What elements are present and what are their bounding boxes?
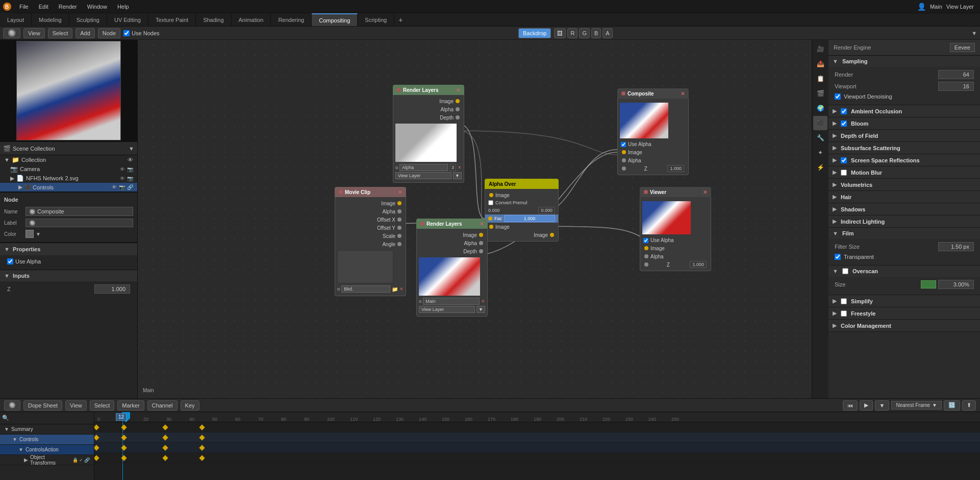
use-nodes-checkbox[interactable]: [123, 30, 130, 36]
tl-playback-btn[interactable]: ⏮: [843, 400, 858, 411]
comp-image-socket[interactable]: [622, 150, 626, 154]
ot-icon1[interactable]: 🔒: [72, 458, 78, 463]
rl1-vl-btn[interactable]: ▼: [453, 172, 462, 179]
freestyle-header[interactable]: ▶ Freestyle: [828, 307, 980, 319]
backdrop-b-btn[interactable]: B: [591, 28, 601, 38]
tab-sculpting[interactable]: Sculpting: [69, 13, 107, 26]
mc-bkd-select[interactable]: Bkd.: [341, 285, 390, 293]
pi-physics-icon[interactable]: ⚡: [813, 160, 827, 175]
vol-header[interactable]: ▶ Volumetrics: [828, 179, 980, 190]
rl2-main-select[interactable]: Main: [423, 298, 480, 305]
use-alpha-check[interactable]: Use Alpha: [7, 258, 41, 265]
view-btn[interactable]: View: [23, 28, 45, 38]
editor-type-btn-tl[interactable]: 🔘: [4, 400, 20, 411]
mc-image-socket[interactable]: [397, 201, 401, 205]
color-mgmt-header[interactable]: ▶ Color Management: [828, 320, 980, 331]
viewer-image-socket[interactable]: [644, 246, 648, 250]
tab-animation[interactable]: Animation: [232, 13, 271, 26]
backdrop-a-btn[interactable]: A: [602, 28, 612, 38]
tab-add[interactable]: +: [394, 16, 407, 24]
ot-icon2[interactable]: ✓: [79, 458, 83, 463]
ao-checkbox[interactable]: [841, 108, 847, 114]
viewer-z-socket[interactable]: [644, 262, 648, 267]
rl2-depth-socket[interactable]: [479, 249, 483, 253]
backdrop-g-btn[interactable]: G: [579, 28, 590, 38]
rl2-image-socket[interactable]: [479, 233, 483, 237]
sss-header[interactable]: ▶ Subsurface Scattering: [828, 142, 980, 154]
track-object-transforms[interactable]: ▶ Object Transforms 🔒 ✓ 🔗: [0, 455, 94, 465]
rl1-alpha-socket[interactable]: [456, 107, 460, 111]
simplify-checkbox[interactable]: [841, 298, 847, 304]
blender-logo[interactable]: B: [0, 0, 14, 13]
node-btn[interactable]: Node: [98, 28, 120, 38]
freestyle-checkbox[interactable]: [841, 310, 847, 317]
outliner-controls[interactable]: ▶ ⬛ Controls 👁 📷 🔗: [0, 183, 137, 191]
viewer-close[interactable]: ✕: [703, 189, 707, 195]
pi-scene-icon[interactable]: 🎬: [813, 86, 827, 101]
track-controls-action[interactable]: ▼ ControlsAction: [0, 445, 94, 455]
rl1-depth-socket[interactable]: [456, 115, 460, 119]
rl2-close[interactable]: ✕: [480, 221, 484, 227]
pi-world-icon[interactable]: 🌍: [813, 101, 827, 115]
rl2-alpha-socket[interactable]: [479, 241, 483, 245]
overscan-checkbox[interactable]: [842, 268, 848, 274]
color-swatch[interactable]: [26, 230, 34, 238]
menu-help[interactable]: Help: [112, 0, 134, 13]
add-btn[interactable]: Add: [76, 28, 95, 38]
ao-premul-val[interactable]: 0.000: [538, 207, 555, 214]
rl1-image-socket[interactable]: [456, 99, 460, 103]
menu-edit[interactable]: Edit: [34, 0, 54, 13]
viewer-use-alpha-check[interactable]: [643, 238, 648, 243]
rl1-alpha-close[interactable]: ✕: [458, 165, 462, 170]
rl1-vl-select[interactable]: View Layer: [395, 172, 451, 179]
comp-z-value[interactable]: 1.000: [667, 165, 684, 172]
tab-shading[interactable]: Shading: [196, 13, 231, 26]
mb-checkbox[interactable]: [841, 170, 847, 176]
comp-use-alpha-check[interactable]: [621, 142, 626, 147]
menu-file[interactable]: File: [14, 0, 34, 13]
use-nodes-label[interactable]: Use Nodes: [123, 30, 159, 36]
rl2-vl-btn[interactable]: ▼: [476, 306, 485, 313]
il-header[interactable]: ▶ Indirect Lighting: [828, 215, 980, 227]
rl1-alpha-select[interactable]: Alpha: [399, 164, 448, 171]
film-header[interactable]: ▼ Film: [828, 228, 980, 239]
tab-scripting[interactable]: Scripting: [358, 13, 394, 26]
pi-output-icon[interactable]: 📤: [813, 57, 827, 71]
mc-scale-socket[interactable]: [397, 234, 401, 238]
tl-key-btn[interactable]: Key: [181, 400, 199, 411]
select-btn[interactable]: Select: [48, 28, 73, 38]
mc-alpha-socket[interactable]: [397, 209, 401, 213]
tl-snap-btn[interactable]: 🔢: [944, 400, 960, 411]
outliner-camera[interactable]: 📷 Camera 👁 📷: [0, 164, 137, 174]
tl-view-btn[interactable]: View: [65, 400, 87, 411]
transparent-check[interactable]: [835, 254, 841, 260]
dof-header[interactable]: ▶ Depth of Field: [828, 130, 980, 141]
dope-sheet-btn[interactable]: Dope Sheet: [23, 400, 62, 411]
pi-object-icon[interactable]: ⬛: [813, 116, 827, 130]
tab-uv-editing[interactable]: UV Editing: [107, 13, 148, 26]
track-controls[interactable]: ▼ Controls: [0, 435, 94, 445]
node-label-field[interactable]: 🔘: [26, 219, 133, 227]
mc-offsety-socket[interactable]: [397, 226, 401, 230]
comp-z-socket[interactable]: [622, 166, 626, 171]
mc-bkd-folder[interactable]: 📁: [392, 286, 398, 292]
mc-close[interactable]: ✕: [398, 189, 402, 195]
ao-image2-socket[interactable]: [489, 225, 493, 229]
bloom-checkbox[interactable]: [841, 121, 847, 127]
ao-cp-check[interactable]: [488, 200, 493, 205]
rl2-vl-select[interactable]: View Layer: [419, 306, 475, 313]
properties-header[interactable]: ▼ Properties: [0, 243, 137, 255]
viewport-denoising-check[interactable]: [835, 93, 841, 100]
viewer-z-val[interactable]: 1.000: [690, 261, 707, 268]
ao-image-out-socket[interactable]: [550, 233, 554, 237]
mc-angle-socket[interactable]: [397, 242, 401, 246]
simplify-header[interactable]: ▶ Simplify: [828, 295, 980, 307]
shadows-header[interactable]: ▶ Shadows: [828, 203, 980, 215]
ao-image-in-socket[interactable]: [489, 193, 493, 197]
tl-play-btn[interactable]: ▶: [860, 400, 873, 411]
z-value[interactable]: 1.000: [94, 284, 130, 294]
overscan-header[interactable]: ▼ Overscan: [828, 266, 980, 277]
render-value[interactable]: 64: [938, 70, 974, 79]
backdrop-img-btn[interactable]: 🖼: [554, 28, 566, 38]
outliner-filter[interactable]: ▼: [129, 146, 134, 152]
